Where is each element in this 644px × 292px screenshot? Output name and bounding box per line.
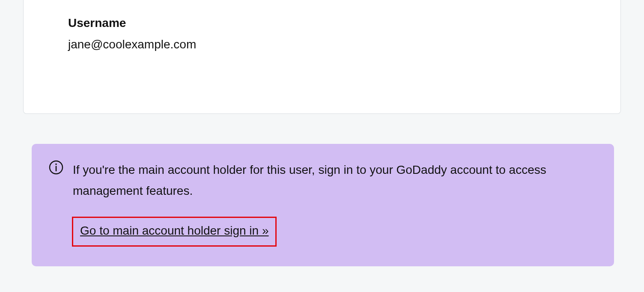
main-account-signin-link[interactable]: Go to main account holder sign in » [80, 224, 268, 237]
card-content: Username jane@coolexample.com [24, 0, 620, 51]
signin-link-highlight: Go to main account holder sign in » [72, 217, 277, 247]
account-holder-notice: If you're the main account holder for th… [32, 144, 614, 266]
username-label: Username [68, 16, 620, 30]
svg-point-2 [55, 164, 57, 165]
info-icon [49, 160, 63, 175]
username-value: jane@coolexample.com [68, 38, 620, 51]
notice-message: If you're the main account holder for th… [73, 159, 597, 201]
user-info-card: Username jane@coolexample.com [23, 0, 621, 114]
notice-row: If you're the main account holder for th… [49, 159, 597, 201]
